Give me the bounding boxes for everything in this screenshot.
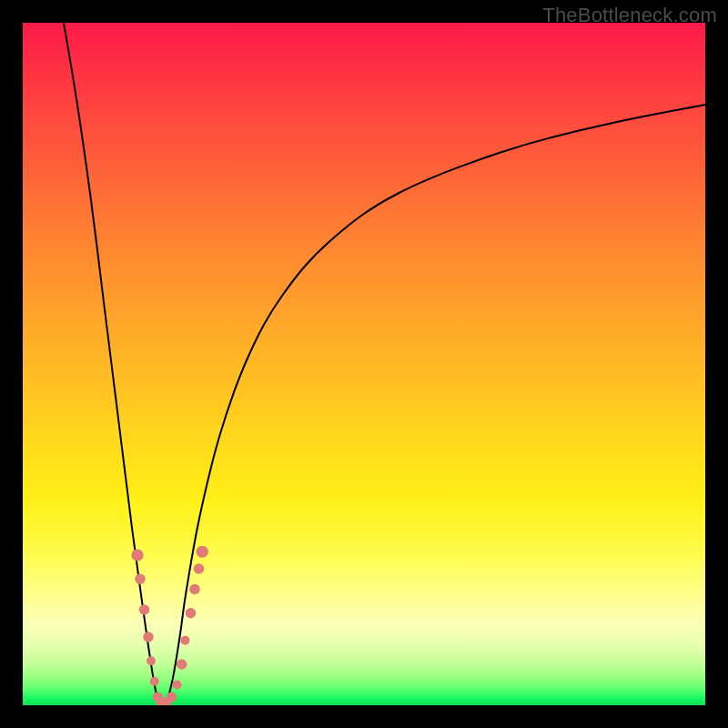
- data-point: [194, 563, 205, 574]
- data-point: [150, 677, 159, 686]
- data-point: [177, 659, 187, 670]
- data-point: [135, 573, 146, 584]
- data-point: [143, 632, 154, 642]
- curve-right: [167, 105, 706, 705]
- watermark-text: TheBottleneck.com: [542, 4, 717, 27]
- chart-svg: [23, 23, 705, 705]
- chart-frame: TheBottleneck.com: [0, 0, 728, 728]
- data-point: [167, 692, 177, 703]
- data-point: [189, 584, 200, 595]
- data-point: [147, 656, 156, 665]
- curve-left: [64, 23, 159, 705]
- plot-area: [23, 23, 705, 705]
- data-point: [139, 604, 150, 615]
- data-point: [173, 681, 182, 690]
- marker-group: [131, 546, 207, 705]
- data-point: [131, 549, 143, 561]
- data-point: [186, 608, 197, 619]
- data-point: [197, 546, 208, 558]
- data-point: [181, 636, 190, 645]
